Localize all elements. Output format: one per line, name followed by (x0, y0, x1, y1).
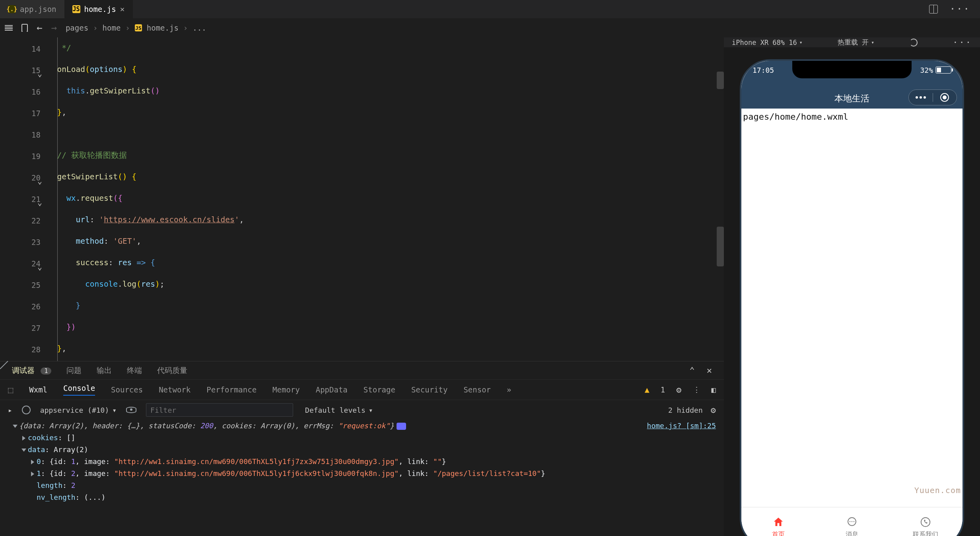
devtab-network[interactable]: Network (159, 385, 191, 394)
tab-label: app.json (20, 5, 56, 14)
svg-point-2 (852, 521, 853, 522)
devtab-wxml[interactable]: Wxml (29, 385, 47, 394)
settings-icon[interactable]: ⚙ (676, 385, 681, 395)
close-tab-icon[interactable]: × (120, 4, 125, 14)
more-tabs-icon[interactable]: » (507, 385, 511, 394)
console-row[interactable]: length: 2 (14, 480, 724, 491)
devtab-storage[interactable]: Storage (364, 385, 395, 394)
crumb[interactable]: pages (66, 23, 88, 32)
more-icon[interactable]: ··· (953, 37, 972, 47)
close-ring-icon[interactable] (940, 93, 949, 102)
console-row[interactable]: {data: Array(2), header: {…}, statusCode… (14, 420, 724, 432)
line-gutter: 14 15⌄ 16 17 18 19 20⌄ 21⌄ 22 23 24⌄ 25 … (0, 37, 48, 360)
phone-preview: 17:05 32% 本地生活 pages/home/home.wxml Yuue… (740, 59, 964, 536)
clock: 17:05 (752, 66, 774, 74)
close-panel-icon[interactable]: ✕ (707, 365, 712, 375)
page-body: pages/home/home.wxml (741, 109, 962, 125)
console-row[interactable]: 1: {id: 2, image: "http://ww1.sinaimg.cn… (14, 468, 724, 480)
tab-contact[interactable]: 联系我们 (889, 507, 962, 536)
json-file-icon: {.} (8, 5, 16, 13)
tab-label: home.js (84, 5, 116, 14)
panel-tab-bar: 调试器 1 问题 输出 终端 代码质量 ⌃ ✕ (0, 361, 724, 379)
battery-icon (935, 66, 951, 74)
chevron-up-icon[interactable]: ⌃ (690, 365, 695, 375)
breadcrumbs: pages› home› JS home.js› ... (66, 23, 206, 32)
devtab-sensor[interactable]: Sensor (463, 385, 491, 394)
kebab-icon[interactable]: ⋮ (693, 385, 700, 394)
js-file-icon: JS (72, 5, 80, 13)
source-link[interactable]: home.js? [sm]:25 (647, 420, 716, 432)
dock-side-icon[interactable]: ◧ (712, 385, 716, 394)
phone-tab-bar: 首页 消息 联系我们 (741, 507, 962, 536)
console-row[interactable]: cookies: [] (14, 432, 724, 444)
crumb[interactable]: home.js (147, 23, 179, 32)
watermark: Yuuen.com (914, 486, 961, 495)
nav-back-icon[interactable]: ← (37, 22, 42, 33)
hot-reload-toggle[interactable]: 热重载 开▾ (838, 38, 874, 47)
more-actions-icon[interactable]: ··· (950, 4, 970, 15)
crumb[interactable]: home (103, 23, 121, 32)
hidden-count[interactable]: 2 hidden (668, 406, 703, 414)
live-expression-icon[interactable] (126, 407, 136, 413)
js-file-icon: JS (135, 24, 142, 31)
home-icon (772, 515, 785, 529)
console-settings-icon[interactable]: ⚙ (711, 405, 716, 415)
devtab-security[interactable]: Security (411, 385, 448, 394)
bookmark-icon[interactable] (21, 24, 28, 32)
devtools-tab-bar: ⬚ Wxml Console Sources Network Performan… (0, 379, 724, 400)
devtab-performance[interactable]: Performance (206, 385, 257, 394)
capsule-menu[interactable] (908, 89, 957, 105)
svg-point-3 (854, 521, 855, 522)
console-row[interactable]: 0: {id: 1, image: "http://ww1.sinaimg.cn… (14, 456, 724, 468)
device-select[interactable]: iPhone XR 68% 16▾ (732, 39, 803, 47)
crumb[interactable]: ... (192, 23, 206, 32)
console-toolbar: ▸ appservice (#10) ▾ Default levels ▾ 2 … (0, 400, 724, 420)
tab-messages[interactable]: 消息 (815, 507, 889, 536)
toggle-drawer-icon[interactable]: ▸ (8, 406, 12, 414)
inspect-element-icon[interactable]: ⬚ (8, 385, 13, 395)
panel-tab-output[interactable]: 输出 (97, 365, 112, 376)
tab-home[interactable]: 首页 (741, 507, 815, 536)
phone-icon (919, 515, 932, 529)
battery-pct: 32% (920, 66, 933, 74)
svg-point-1 (850, 521, 851, 522)
devtab-console[interactable]: Console (63, 384, 95, 396)
console-row[interactable]: data: Array(2) (14, 444, 724, 456)
object-badge-icon[interactable] (397, 423, 406, 430)
message-icon (845, 515, 859, 529)
panel-tab-issues[interactable]: 问题 (66, 365, 82, 376)
panel-tab-quality[interactable]: 代码质量 (157, 365, 187, 376)
warning-count: 1 (661, 385, 665, 394)
tab-app-json[interactable]: {.} app.json (0, 0, 64, 18)
clear-console-icon[interactable] (22, 406, 31, 414)
devtab-memory[interactable]: Memory (272, 385, 300, 394)
console-filter-input[interactable] (146, 403, 293, 417)
console-row[interactable]: nv_length: (...) (14, 491, 724, 503)
panel-tab-terminal[interactable]: 终端 (127, 365, 142, 376)
refresh-icon[interactable] (910, 39, 918, 47)
panel-tab-debugger[interactable]: 调试器 1 (12, 365, 51, 376)
simulator-toolbar: iPhone XR 68% 16▾ 热重载 开▾ ··· (724, 37, 980, 47)
status-bar: 17:05 32% (741, 62, 962, 78)
menu-dots-icon[interactable] (920, 96, 922, 99)
outline-icon[interactable] (5, 25, 13, 31)
editor-tab-bar: {.} app.json JS home.js × ··· (0, 0, 980, 18)
warning-icon[interactable]: ▲ (645, 385, 649, 394)
devtab-sources[interactable]: Sources (111, 385, 143, 394)
log-levels-select[interactable]: Default levels ▾ (305, 406, 373, 414)
devtab-appdata[interactable]: AppData (316, 385, 348, 394)
console-output[interactable]: home.js? [sm]:25 {data: Array(2), header… (0, 420, 724, 536)
breadcrumb-bar: ← → pages› home› JS home.js› ... (0, 18, 980, 37)
context-select[interactable]: appservice (#10) ▾ (40, 406, 117, 414)
nav-forward-icon[interactable]: → (51, 22, 56, 33)
bottom-panel: 调试器 1 问题 输出 终端 代码质量 ⌃ ✕ ⬚ Wxml Console S… (0, 361, 724, 536)
simulator-panel: iPhone XR 68% 16▾ 热重载 开▾ ··· 17:05 32% 本… (724, 37, 980, 435)
tab-home-js[interactable]: JS home.js × (64, 0, 133, 18)
split-editor-icon[interactable] (929, 5, 938, 14)
